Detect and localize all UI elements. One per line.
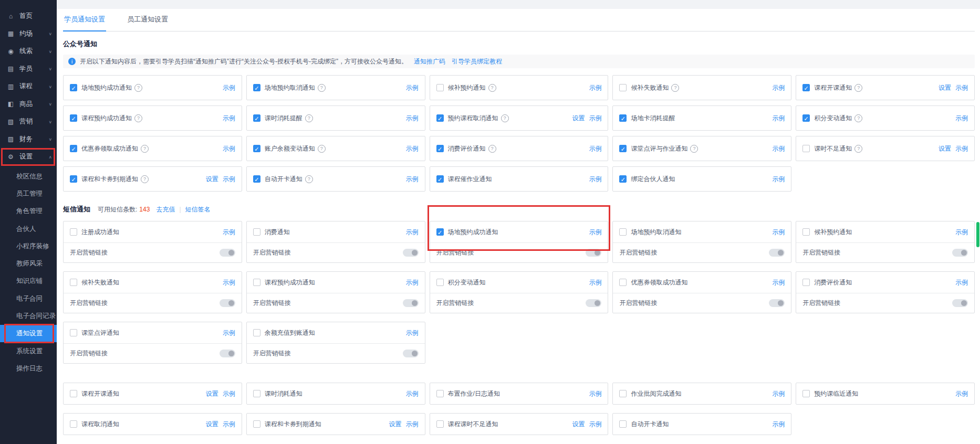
sample-link[interactable]: 示例	[772, 278, 785, 287]
marketing-link-toggle[interactable]	[952, 249, 968, 257]
sample-link[interactable]: 示例	[223, 83, 235, 92]
marketing-link-toggle[interactable]	[220, 249, 235, 257]
checkbox[interactable]	[253, 390, 260, 397]
help-icon[interactable]: ?	[854, 145, 862, 153]
help-icon[interactable]: ?	[141, 145, 149, 153]
checkbox[interactable]: ✓	[619, 175, 627, 183]
sidebar-item-booking[interactable]: ▦约场∨	[0, 25, 57, 43]
marketing-link-toggle[interactable]	[403, 299, 419, 307]
sidebar-item-e-contract[interactable]: 电子合同	[0, 290, 57, 308]
marketing-link-toggle[interactable]	[220, 350, 235, 357]
config-link[interactable]: 设置	[572, 420, 585, 429]
sample-link[interactable]: 示例	[223, 389, 235, 398]
checkbox[interactable]: ✓	[253, 145, 260, 152]
config-link[interactable]: 设置	[572, 114, 585, 123]
sample-link[interactable]: 示例	[223, 278, 235, 287]
tab-staff-notifications[interactable]: 员工通知设置	[126, 9, 169, 31]
checkbox[interactable]	[802, 279, 810, 286]
marketing-link-toggle[interactable]	[403, 350, 419, 357]
sidebar-item-leads[interactable]: ◉线索∨	[0, 43, 57, 60]
checkbox[interactable]	[619, 420, 627, 428]
sample-link[interactable]: 示例	[772, 420, 785, 429]
config-link[interactable]: 设置	[389, 420, 402, 429]
sample-link[interactable]: 示例	[955, 278, 968, 287]
sample-link[interactable]: 示例	[406, 329, 419, 337]
checkbox[interactable]: ✓	[802, 114, 810, 122]
marketing-link-toggle[interactable]	[586, 249, 601, 257]
help-icon[interactable]: ?	[854, 114, 862, 122]
sample-link[interactable]: 示例	[589, 83, 601, 92]
checkbox[interactable]	[436, 279, 444, 286]
sidebar-item-students[interactable]: ▤学员∨	[0, 60, 57, 78]
checkbox[interactable]	[70, 329, 77, 336]
checkbox[interactable]	[436, 390, 444, 397]
config-link[interactable]: 设置	[206, 420, 218, 429]
checkbox[interactable]: ✓	[619, 114, 627, 122]
checkbox[interactable]: ✓	[253, 84, 260, 91]
marketing-link-toggle[interactable]	[952, 299, 968, 307]
sample-link[interactable]: 示例	[772, 175, 785, 184]
sms-signature-link[interactable]: 短信签名	[185, 205, 211, 214]
sample-link[interactable]: 示例	[223, 175, 235, 184]
sample-link[interactable]: 示例	[589, 278, 601, 287]
sample-link[interactable]: 示例	[406, 228, 419, 237]
sidebar-item-e-contract-records[interactable]: 电子合同记录	[0, 308, 57, 325]
checkbox[interactable]: ✓	[253, 175, 260, 183]
checkbox[interactable]: ✓	[436, 145, 444, 152]
help-icon[interactable]: ?	[671, 84, 679, 92]
sample-link[interactable]: 示例	[589, 420, 601, 429]
checkbox[interactable]: ✓	[436, 228, 444, 236]
checkbox[interactable]	[253, 228, 260, 236]
binding-tutorial-link[interactable]: 引导学员绑定教程	[452, 57, 502, 66]
marketing-link-toggle[interactable]	[769, 249, 785, 257]
marketing-link-toggle[interactable]	[769, 299, 785, 307]
sample-link[interactable]: 示例	[223, 114, 235, 123]
help-icon[interactable]: ?	[488, 145, 496, 153]
sample-link[interactable]: 示例	[772, 389, 785, 398]
config-link[interactable]: 设置	[206, 389, 218, 398]
sidebar-item-marketing[interactable]: ▧营销∨	[0, 113, 57, 131]
sidebar-item-courses[interactable]: ▥课程∨	[0, 78, 57, 96]
sample-link[interactable]: 示例	[955, 144, 968, 153]
checkbox[interactable]	[619, 390, 627, 397]
sidebar-item-operation-logs[interactable]: 操作日志	[0, 360, 57, 377]
sidebar-item-notification-settings[interactable]: 通知设置	[0, 325, 57, 342]
sidebar-item-system-settings[interactable]: 系统设置	[0, 342, 57, 360]
sample-link[interactable]: 示例	[223, 329, 235, 337]
sample-link[interactable]: 示例	[589, 144, 601, 153]
checkbox[interactable]	[253, 279, 260, 286]
sample-link[interactable]: 示例	[955, 114, 968, 123]
help-icon[interactable]: ?	[318, 84, 326, 92]
sample-link[interactable]: 示例	[772, 114, 785, 123]
sample-link[interactable]: 示例	[772, 83, 785, 92]
sidebar-item-role-management[interactable]: 角色管理	[0, 203, 57, 220]
floating-scroll-indicator[interactable]	[976, 222, 979, 247]
sidebar-item-staff-management[interactable]: 员工管理	[0, 185, 57, 203]
checkbox[interactable]	[70, 279, 77, 286]
help-icon[interactable]: ?	[318, 145, 326, 153]
config-link[interactable]: 设置	[206, 175, 218, 184]
checkbox[interactable]	[70, 228, 77, 236]
checkbox[interactable]	[70, 390, 77, 397]
checkbox[interactable]: ✓	[436, 114, 444, 122]
help-icon[interactable]: ?	[134, 84, 142, 92]
checkbox[interactable]: ✓	[436, 175, 444, 183]
checkbox[interactable]: ✓	[802, 84, 810, 91]
sample-link[interactable]: 示例	[772, 228, 785, 237]
checkbox[interactable]	[619, 228, 627, 236]
help-icon[interactable]: ?	[134, 114, 142, 122]
checkbox[interactable]: ✓	[70, 114, 77, 122]
sample-link[interactable]: 示例	[223, 144, 235, 153]
checkbox[interactable]: ✓	[253, 114, 260, 122]
checkbox[interactable]	[436, 84, 444, 91]
sample-link[interactable]: 示例	[955, 228, 968, 237]
checkbox[interactable]	[70, 420, 77, 428]
help-icon[interactable]: ?	[488, 84, 496, 92]
marketing-link-toggle[interactable]	[220, 299, 235, 307]
help-icon[interactable]: ?	[305, 114, 313, 122]
checkbox[interactable]	[253, 420, 260, 428]
sample-link[interactable]: 示例	[955, 389, 968, 398]
checkbox[interactable]: ✓	[70, 145, 77, 152]
checkbox[interactable]	[619, 84, 627, 91]
checkbox[interactable]	[619, 279, 627, 286]
